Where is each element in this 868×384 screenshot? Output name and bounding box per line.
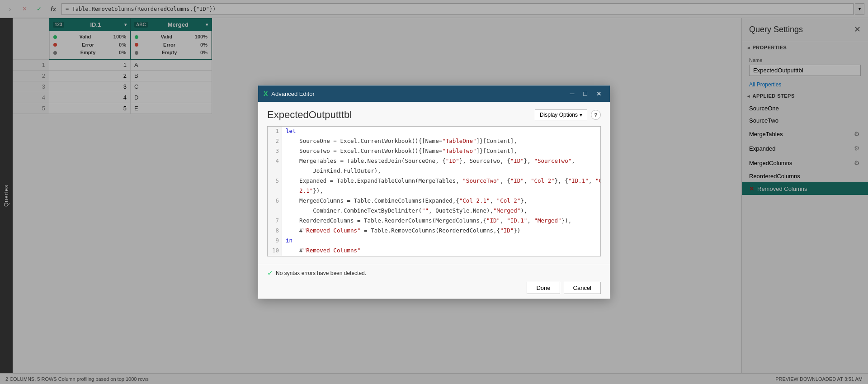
cancel-button[interactable]: Cancel [564,282,601,294]
modal-title: Advanced Editor [271,90,314,97]
code-line: 6 MergedColumns = Table.CombineColumns(E… [268,196,600,206]
modal-controls: ─ □ ✕ [567,89,604,98]
line-number: 4 [268,156,282,166]
code-editor[interactable]: 1let2 SourceOne = Excel.CurrentWorkbook(… [267,126,601,256]
advanced-editor-modal: X Advanced Editor ─ □ ✕ ExpectedOutputtt… [258,85,610,299]
modal-query-title-row: ExpectedOutputttbl Display Options ▾ ? [267,109,601,121]
code-line: 7 ReorderedColumns = Table.ReorderColumn… [268,216,600,226]
line-number: 7 [268,216,282,226]
code-line: 5 Expanded = Table.ExpandTableColumn(Mer… [268,176,600,186]
syntax-status: ✓ No syntax errors have been detected. [267,269,601,277]
line-code: in [282,236,296,246]
code-line: 8 #"Removed Columns" = Table.RemoveColum… [268,226,600,236]
line-code: SourceTwo = Excel.CurrentWorkbook(){[Nam… [282,147,521,156]
code-line: 10 #"Removed Columns" [268,246,600,256]
modal-actions: Done Cancel [267,282,601,294]
modal-query-name: ExpectedOutputttbl [267,109,352,121]
line-number: 8 [268,226,282,236]
excel-icon: X [264,90,268,97]
modal-minimize-button[interactable]: ─ [567,89,577,98]
code-line: 2 SourceOne = Excel.CurrentWorkbook(){[N… [268,137,600,147]
line-code: #"Removed Columns" [282,246,364,256]
line-code: Combiner.CombineTextByDelimiter("", Quot… [282,206,531,216]
modal-titlebar: X Advanced Editor ─ □ ✕ [258,85,610,102]
line-code: #"Removed Columns" = Table.RemoveColumns… [282,226,524,236]
modal-maximize-button[interactable]: □ [581,89,590,98]
display-options-label: Display Options [540,112,578,118]
code-line: 9in [268,236,600,246]
line-number: 6 [268,196,282,206]
line-number: 2 [268,137,282,147]
modal-footer: ✓ No syntax errors have been detected. D… [258,264,610,299]
line-code: Expanded = Table.ExpandTableColumn(Merge… [282,176,601,186]
line-number: 10 [268,246,282,256]
modal-overlay[interactable]: X Advanced Editor ─ □ ✕ ExpectedOutputtt… [0,0,868,384]
modal-close-button[interactable]: ✕ [594,89,604,98]
check-icon: ✓ [267,269,273,277]
display-options-chevron-icon: ▾ [580,112,582,118]
done-button[interactable]: Done [527,282,560,294]
line-number: 9 [268,236,282,246]
syntax-status-text: No syntax errors have been detected. [276,270,366,276]
help-button[interactable]: ? [591,110,601,120]
modal-body: ExpectedOutputttbl Display Options ▾ ? 1… [258,102,610,264]
line-code: ReorderedColumns = Table.ReorderColumns(… [282,216,575,226]
code-line: 1let [268,127,600,137]
code-line: 4 MergeTables = Table.NestedJoin(SourceO… [268,156,600,166]
code-line: JoinKind.FullOuter), [268,166,600,176]
line-number: 3 [268,147,282,156]
line-code: SourceOne = Excel.CurrentWorkbook(){[Nam… [282,137,521,147]
line-number [268,186,282,196]
line-number [268,206,282,216]
line-code: MergedColumns = Table.CombineColumns(Exp… [282,196,531,206]
line-number [268,166,282,176]
code-line: 2.1"}), [268,186,600,196]
code-line: Combiner.CombineTextByDelimiter("", Quot… [268,206,600,216]
line-code: JoinKind.FullOuter), [282,166,385,176]
line-number: 5 [268,176,282,186]
line-number: 1 [268,127,282,137]
code-line: 3 SourceTwo = Excel.CurrentWorkbook(){[N… [268,147,600,156]
line-code: MergeTables = Table.NestedJoin(SourceOne… [282,156,579,166]
line-code: let [282,127,300,137]
display-options-button[interactable]: Display Options ▾ [535,109,587,120]
line-code: 2.1"}), [282,186,327,196]
